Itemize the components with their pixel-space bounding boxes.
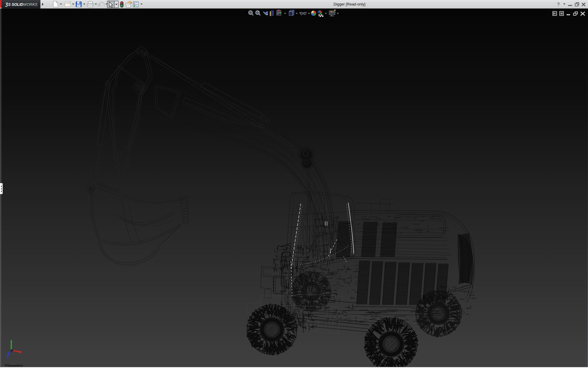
svg-text:?: ? [557,2,560,7]
